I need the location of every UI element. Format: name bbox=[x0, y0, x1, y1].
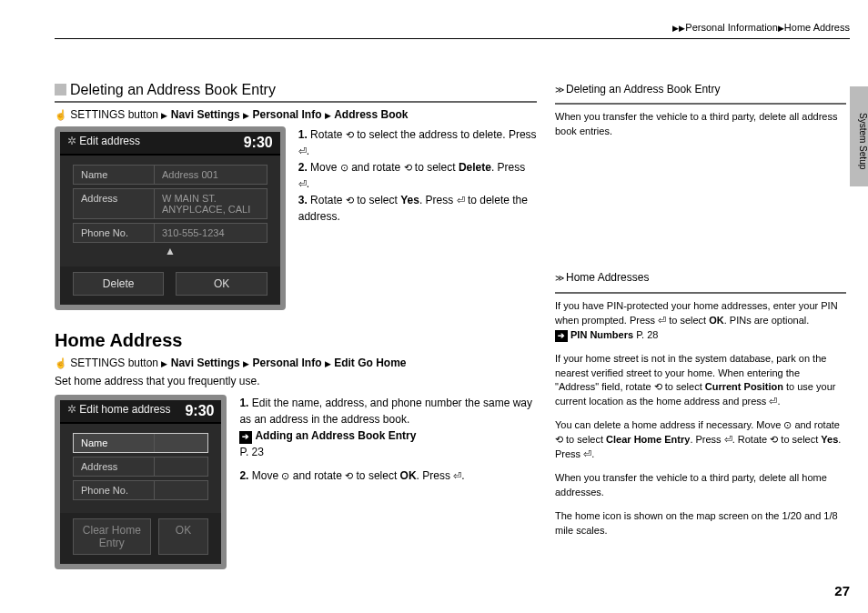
press-icon: ⏎ bbox=[298, 178, 307, 189]
device-screenshot-edit-home: Edit home address9:30 Name Address Phone… bbox=[55, 395, 227, 569]
press-icon: ⏎ bbox=[658, 315, 666, 326]
sidebar-box-home: If you have PIN-protected your home addr… bbox=[555, 292, 846, 562]
side-tab: System Setup bbox=[850, 86, 868, 186]
section-heading-home-address: Home Address bbox=[55, 330, 537, 351]
section-heading-deleting: Deleting an Address Book Entry bbox=[55, 82, 537, 103]
breadcrumb-deleting: ☝ SETTINGS button ▶ Navi Settings ▶ Pers… bbox=[55, 108, 537, 121]
device-delete-button: Delete bbox=[73, 272, 164, 296]
press-icon: ⏎ bbox=[583, 448, 591, 459]
rotate-icon: ⟲ bbox=[346, 195, 354, 206]
press-icon: ⏎ bbox=[453, 470, 461, 481]
rotate-icon: ⟲ bbox=[346, 129, 354, 140]
sidebar-heading-home: ≫Home Addresses bbox=[555, 270, 846, 286]
steps-deleting: 1. Rotate ⟲ to select the address to del… bbox=[298, 126, 537, 225]
press-icon: ⏎ bbox=[457, 195, 465, 206]
move-icon: ⊙ bbox=[783, 419, 792, 430]
rotate-icon: ⟲ bbox=[654, 381, 662, 392]
device-ok-button: OK bbox=[158, 518, 209, 555]
device-clear-button: Clear Home Entry bbox=[73, 518, 151, 555]
breadcrumb-home: ☝ SETTINGS button ▶ Navi Settings ▶ Pers… bbox=[55, 357, 537, 369]
press-icon: ⏎ bbox=[298, 146, 307, 156]
steps-home: 1. Edit the name, address, and phone num… bbox=[239, 395, 537, 484]
press-icon: ⏎ bbox=[724, 434, 732, 445]
device-ok-button: OK bbox=[176, 272, 267, 296]
page-number: 27 bbox=[834, 583, 850, 598]
breadcrumb-header: ▶▶Personal Information▶Home Address bbox=[672, 22, 850, 33]
sidebar-box-deleting: When you transfer the vehicle to a third… bbox=[555, 103, 846, 270]
home-intro: Set home address that you frequently use… bbox=[55, 375, 537, 387]
hand-icon: ☝ bbox=[55, 109, 67, 120]
rotate-icon: ⟲ bbox=[345, 470, 353, 481]
sidebar-heading-deleting: ≫Deleting an Address Book Entry bbox=[555, 82, 846, 97]
rotate-icon: ⟲ bbox=[555, 434, 563, 445]
device-screenshot-edit-address: Edit address9:30 NameAddress 001 Address… bbox=[55, 126, 286, 310]
header-rule bbox=[55, 38, 850, 39]
rotate-icon: ⟲ bbox=[404, 162, 412, 173]
rotate-icon: ⟲ bbox=[770, 434, 778, 445]
link-arrow-icon: ➔ bbox=[555, 330, 568, 342]
link-arrow-icon: ➔ bbox=[239, 431, 252, 444]
hand-icon: ☝ bbox=[55, 357, 67, 368]
move-icon: ⊙ bbox=[340, 162, 348, 173]
